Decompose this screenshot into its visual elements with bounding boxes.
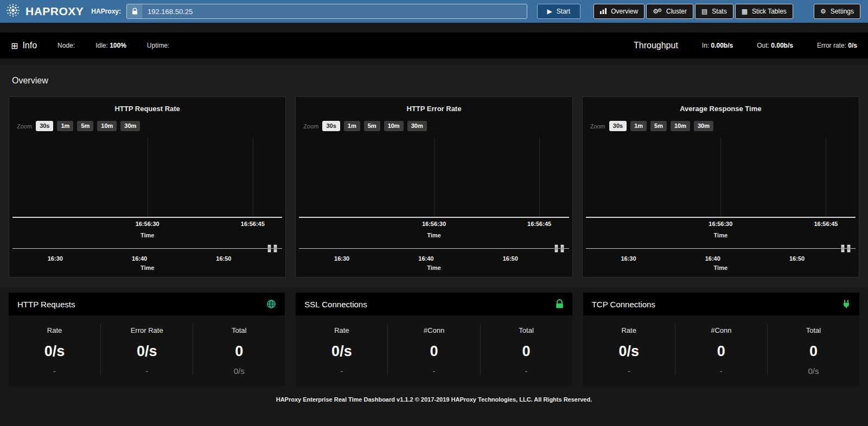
chart-navigator[interactable]: 16:30 16:40 16:50 Time: [302, 243, 565, 269]
address-label: HAProxy:: [91, 8, 121, 15]
card-ssl-connections: SSL Connections Rate 0/s - #Conn 0 - Tot…: [296, 293, 572, 386]
chart-panel-avg-response-time: Average Response Time Zoom 30s 1m 5m 10m…: [582, 96, 859, 277]
charts-row: HTTP Request Rate Zoom 30s 1m 5m 10m 30m…: [9, 96, 859, 277]
navigator-left-handle[interactable]: [841, 244, 845, 253]
gears-icon: ⚙⚙: [653, 8, 662, 15]
stat-conn: #Conn 0 -: [675, 324, 767, 376]
start-button[interactable]: ▶ Start: [537, 4, 581, 19]
gridline: [148, 138, 148, 218]
grid-icon: ▦: [742, 8, 748, 15]
x-axis-title: Time: [16, 232, 279, 238]
chart-navigator[interactable]: 16:30 16:40 16:50 Time: [589, 243, 852, 269]
zoom-5m-button[interactable]: 5m: [364, 121, 380, 131]
gridline: [720, 138, 721, 218]
stat-sub: -: [101, 366, 193, 376]
x-axis-title: Time: [589, 232, 852, 238]
x-tick: 16:56:45: [241, 221, 265, 227]
globe-icon: [266, 299, 276, 309]
info-label: Info: [22, 41, 37, 50]
brand: HAPROXY: [5, 3, 84, 21]
nav-stats-button[interactable]: ▤ Stats: [695, 4, 733, 19]
x-axis-line: [12, 217, 282, 218]
top-bar: HAPROXY HAProxy: ▶ Start Overview ⚙⚙ Clu…: [0, 0, 868, 23]
idle-info: Idle: 100%: [95, 42, 126, 49]
zoom-5m-button[interactable]: 5m: [77, 121, 93, 131]
navigator-tick: 16:50: [789, 255, 805, 262]
zoom-30s-button[interactable]: 30s: [36, 121, 53, 131]
nav-cluster-button[interactable]: ⚙⚙ Cluster: [646, 4, 693, 19]
x-tick: 16:56:30: [422, 221, 446, 227]
zoom-10m-button[interactable]: 10m: [97, 121, 117, 131]
gridline: [434, 138, 435, 218]
card-header: TCP Connections: [583, 293, 859, 315]
stat-cards-row: HTTP Requests Rate 0/s - Error Rate 0/s …: [0, 293, 868, 386]
stat-rate: Rate 0/s -: [9, 324, 100, 376]
zoom-10m-button[interactable]: 10m: [671, 121, 690, 131]
gridline: [253, 138, 253, 218]
chart-panel-http-error-rate: HTTP Error Rate Zoom 30s 1m 5m 10m 30m 1…: [295, 96, 572, 277]
zoom-controls: Zoom 30s 1m 5m 10m 30m: [590, 121, 852, 131]
card-header: HTTP Requests: [9, 293, 285, 315]
card-header: SSL Connections: [296, 293, 572, 315]
stat-label: Total: [768, 326, 859, 334]
zoom-1m-button[interactable]: 1m: [630, 121, 647, 131]
card-http-requests: HTTP Requests Rate 0/s - Error Rate 0/s …: [9, 293, 285, 386]
navigator-right-handle[interactable]: [560, 244, 564, 253]
stat-value: 0/s: [296, 343, 387, 360]
nav-stick-tables-button[interactable]: ▦ Stick Tables: [735, 4, 793, 19]
zoom-1m-button[interactable]: 1m: [344, 121, 360, 131]
stat-sub: -: [481, 366, 572, 376]
error-rate-value: 0/s: [848, 42, 857, 49]
lock-icon: [127, 4, 142, 18]
zoom-30s-button[interactable]: 30s: [322, 121, 340, 131]
stat-error-rate: Error Rate 0/s -: [100, 324, 193, 376]
navigator-tick: 16:40: [132, 255, 147, 262]
stat-label: Rate: [296, 326, 387, 334]
brand-title: HAPROXY: [25, 5, 84, 18]
stat-label: Rate: [9, 326, 100, 334]
settings-button[interactable]: ⚙ Settings: [814, 4, 860, 19]
zoom-30m-button[interactable]: 30m: [694, 121, 713, 131]
stat-label: Rate: [583, 326, 675, 334]
nav-stick-tables-label: Stick Tables: [752, 8, 787, 15]
navigator-axis-title: Time: [16, 264, 279, 271]
info-toggle[interactable]: ⊞ Info: [11, 41, 37, 51]
out-label: Out:: [757, 42, 769, 49]
chart-navigator[interactable]: 16:30 16:40 16:50 Time: [16, 243, 279, 269]
zoom-30s-button[interactable]: 30s: [609, 121, 627, 131]
uptime-info: Uptime:: [147, 42, 169, 49]
stat-value: 0: [768, 343, 859, 360]
nav-overview-button[interactable]: Overview: [593, 4, 644, 19]
navigator-right-handle[interactable]: [847, 244, 851, 253]
x-tick: 16:56:45: [527, 221, 551, 227]
address-input[interactable]: [142, 8, 527, 16]
navigator-tick: 16:30: [334, 255, 349, 262]
chart-plot-area: 16:56:30 16:56:45: [589, 138, 852, 218]
stat-value: 0: [675, 343, 767, 360]
zoom-1m-button[interactable]: 1m: [57, 121, 73, 131]
in-label: In:: [702, 42, 709, 49]
x-axis-line: [586, 217, 856, 218]
zoom-10m-button[interactable]: 10m: [384, 121, 404, 131]
start-button-label: Start: [557, 8, 570, 15]
stat-conn: #Conn 0 -: [387, 324, 480, 376]
x-axis-line: [299, 217, 569, 218]
navigator-left-handle[interactable]: [554, 244, 558, 253]
stat-label: Error Rate: [101, 326, 193, 334]
zoom-30m-button[interactable]: 30m: [120, 121, 140, 131]
error-rate-label: Error rate:: [817, 42, 846, 49]
navigator-left-handle[interactable]: [267, 244, 271, 253]
idle-value: 100%: [110, 42, 126, 49]
chart-panel-http-request-rate: HTTP Request Rate Zoom 30s 1m 5m 10m 30m…: [9, 96, 286, 277]
navigator-tick: 16:30: [621, 255, 636, 262]
bar-chart-icon: [600, 8, 607, 15]
stat-total: Total 0 0/s: [767, 324, 859, 376]
throughput-out: Out: 0.00b/s: [757, 42, 793, 49]
nav-stats-label: Stats: [712, 8, 726, 15]
zoom-30m-button[interactable]: 30m: [407, 121, 427, 131]
address-field: [126, 4, 527, 19]
navigator-right-handle[interactable]: [273, 244, 277, 253]
stat-sub: 0/s: [768, 366, 859, 376]
zoom-5m-button[interactable]: 5m: [650, 121, 667, 131]
chart-title: HTTP Error Rate: [302, 105, 565, 113]
